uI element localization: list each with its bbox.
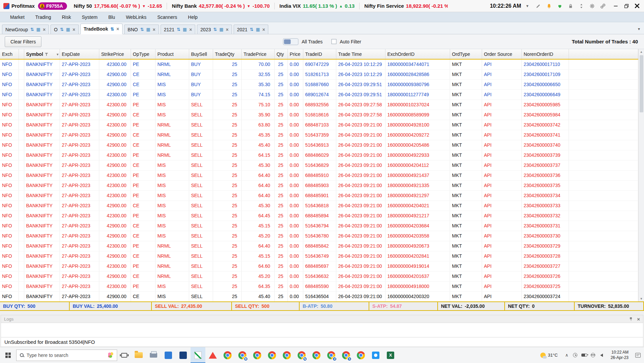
clock-tray-icon[interactable] [573,353,578,357]
table-row[interactable]: NFOBANKNIFTY27-APR-202342300.00PENRMLBUY… [0,59,638,69]
chrome-profile-s-icon[interactable]: S [339,347,353,363]
chrome-1-icon[interactable] [220,347,235,363]
table-row[interactable]: NFOBANKNIFTY27-APR-202342300.00PEMISSELL… [0,180,638,190]
tab-2023[interactable]: 2023⇅▦× [197,25,232,34]
scroll-down-icon[interactable]: ▼ [639,296,644,301]
logs-close-icon[interactable]: × [637,317,640,322]
sort-icon[interactable]: ⇅ [250,27,253,32]
health-heart-icon[interactable] [557,3,563,9]
auto-filter-checkbox[interactable] [331,39,336,44]
volume-icon[interactable] [599,354,604,357]
sort-icon[interactable]: ⇅ [140,27,144,32]
grid-icon[interactable]: ▦ [146,27,150,32]
tab-o[interactable]: O⇅▦× [50,25,78,34]
link-icon[interactable] [600,3,606,9]
close-button[interactable] [634,3,640,9]
hidden-icons-chevron[interactable]: ∧ [565,353,569,358]
chrome-3-icon[interactable] [265,347,279,363]
network-icon[interactable] [591,353,596,357]
trading-app-icon[interactable] [191,347,205,363]
grid-icon[interactable]: ▦ [219,27,223,32]
close-tab-icon[interactable]: × [262,27,265,32]
tab-overflow-caret-icon[interactable]: ▾ [636,27,642,31]
menu-blu[interactable]: Blu [103,14,121,20]
app-window-blue-icon[interactable] [161,347,176,363]
weather-widget[interactable]: 31°C [537,347,561,363]
table-row[interactable]: NFOBANKNIFTY27-APR-202342300.00PEMISSELL… [0,170,638,180]
close-tab-icon[interactable]: × [72,27,75,32]
lock-icon[interactable] [568,3,573,9]
vertical-scrollbar[interactable]: ▲ ▼ [638,49,644,301]
close-tab-icon[interactable]: × [189,27,192,32]
menu-trading[interactable]: Trading [30,14,57,20]
table-row[interactable]: NFOBANKNIFTY27-APR-202342300.00PENRMLSEL… [0,261,638,271]
menu-system[interactable]: System [76,14,103,20]
settings-gear-icon[interactable] [589,3,595,9]
file-explorer-icon[interactable] [131,347,146,363]
search-highlight-icon[interactable] [108,352,113,358]
sort-icon[interactable]: ⇅ [30,27,34,32]
table-row[interactable]: NFOBANKNIFTY27-APR-202342300.00PEMISSELL… [0,100,638,110]
menu-market[interactable]: Market [5,14,30,20]
battery-icon[interactable] [581,354,587,357]
restore-button[interactable] [623,3,629,9]
col-header-strikeprice[interactable]: StrikePrice [99,49,131,59]
grid-icon[interactable]: ▦ [256,27,260,32]
table-row[interactable]: NFOBANKNIFTY27-APR-202342900.00CENRMLSEL… [0,130,638,140]
action-center-button[interactable] [632,347,644,363]
clear-filters-button[interactable]: Clear Filters [5,36,41,47]
chrome-6-icon[interactable] [353,347,368,363]
tab-tradebook[interactable]: TradeBook⇅× [80,24,123,34]
tab-2021[interactable]: 2021⇅▦× [234,25,269,34]
table-row[interactable]: NFOBANKNIFTY27-APR-202342300.00PEMISSELL… [0,211,638,221]
table-row[interactable]: NFOBANKNIFTY27-APR-202342300.00PEMISSELL… [0,281,638,291]
menu-scanners[interactable]: Scanners [152,14,182,20]
col-header-exchorderid[interactable]: ExchOrderID [385,49,450,59]
grid-icon[interactable]: ▦ [183,27,187,32]
scroll-up-icon[interactable]: ▲ [639,49,644,55]
start-button[interactable] [0,347,16,363]
taskbar-clock[interactable]: 10:22 AM 26-Apr-23 [607,350,632,360]
anydesk-icon[interactable] [205,347,220,363]
printer-app-icon[interactable] [146,347,161,363]
chrome-profile-n-icon[interactable]: N [294,347,309,363]
chevron-down-icon[interactable]: ▾ [524,3,530,9]
chrome-4-icon[interactable] [279,347,294,363]
table-row[interactable]: NFOBANKNIFTY27-APR-202342300.00PEMISSELL… [0,190,638,201]
grid-icon[interactable]: ▦ [36,27,40,32]
col-header-exch[interactable]: Exch [0,49,19,59]
close-tab-icon[interactable]: × [226,27,229,32]
notification-bell-icon[interactable] [546,3,552,9]
table-row[interactable]: NFOBANKNIFTY27-APR-202342900.00CEMISSELL… [0,110,638,120]
col-header-price[interactable]: Price [287,49,303,59]
col-header-ordtype[interactable]: OrdType [450,49,482,59]
table-row[interactable]: NFOBANKNIFTY27-APR-202342300.00PENRMLSEL… [0,241,638,251]
taskbar-search[interactable] [16,350,117,361]
sort-icon[interactable]: ⇅ [60,27,64,32]
chrome-profile-d-icon[interactable]: d [324,347,339,363]
table-row[interactable]: NFOBANKNIFTY27-APR-202342900.00CEMISSELL… [0,221,638,231]
search-input[interactable] [27,353,105,358]
chrome-2-icon[interactable] [250,347,265,363]
col-header-blank[interactable] [19,49,24,59]
table-row[interactable]: NFOBANKNIFTY27-APR-202342900.00CEMISSELL… [0,201,638,211]
pin-icon[interactable] [629,317,633,321]
col-header-buysell[interactable]: BuySell [189,49,213,59]
col-header-symbol[interactable]: Symbol▾ [24,49,60,59]
table-row[interactable]: NFOBANKNIFTY27-APR-202342300.00PENRMLSEL… [0,120,638,130]
table-row[interactable]: NFOBANKNIFTY27-APR-202342300.00PEMISBUY2… [0,89,638,100]
sort-icon[interactable]: ⇅ [110,27,114,31]
filter-icon[interactable] [45,53,48,56]
table-row[interactable]: NFOBANKNIFTY27-APR-202342900.00CENRMLSEL… [0,140,638,150]
chrome-profile-b-icon[interactable]: B [235,347,250,363]
logs-panel-header[interactable]: Logs × [1,315,643,323]
col-header-expdate[interactable]: ExpDate [60,49,99,59]
menu-help[interactable]: Help [182,14,203,20]
sort-icon[interactable]: ⇅ [213,27,217,32]
table-row[interactable]: NFOBANKNIFTY27-APR-202342900.00CEMISSELL… [0,231,638,241]
edit-pen-icon[interactable] [535,3,541,9]
col-header-qty[interactable]: Qty [274,49,287,59]
col-header-optype[interactable]: OpType [131,49,155,59]
table-row[interactable]: NFOBANKNIFTY27-APR-202342900.00CENRMLSEL… [0,271,638,281]
sort-icon[interactable]: ⇅ [177,27,180,32]
